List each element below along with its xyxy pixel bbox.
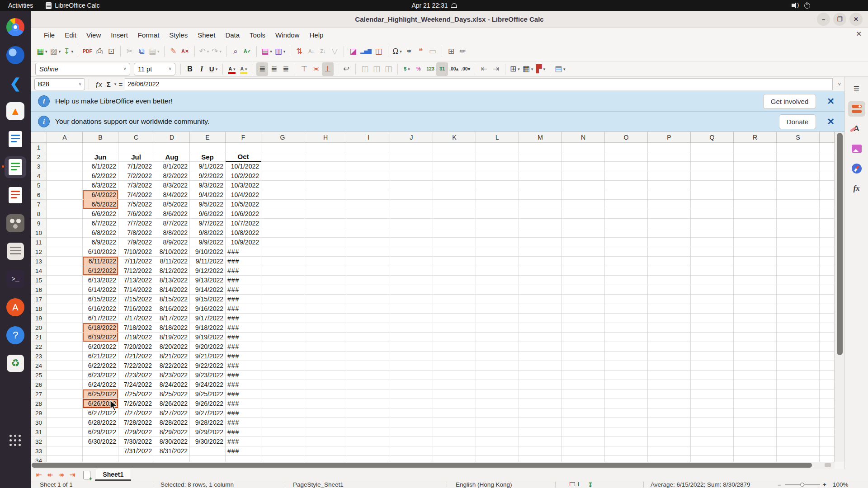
cell-E11[interactable]: 9/9/2022 bbox=[190, 238, 226, 247]
cell-Q27[interactable] bbox=[691, 389, 734, 399]
cell-Q28[interactable] bbox=[691, 399, 734, 408]
cell-F22[interactable]: ### bbox=[226, 342, 261, 352]
cell-M27[interactable] bbox=[519, 389, 562, 399]
cell-M22[interactable] bbox=[519, 342, 562, 352]
cell-B14[interactable]: 6/12/2022 bbox=[83, 266, 118, 276]
title-bar[interactable]: Calendar_Highlight_Weekend_Days.xlsx - L… bbox=[31, 11, 868, 28]
cell-M3[interactable] bbox=[519, 162, 562, 171]
cell-N11[interactable] bbox=[562, 238, 605, 247]
cell-H17[interactable] bbox=[304, 295, 347, 304]
cell-E33[interactable] bbox=[190, 446, 226, 456]
cell-R30[interactable] bbox=[734, 418, 777, 427]
cell-R22[interactable] bbox=[734, 342, 777, 352]
cell-G32[interactable] bbox=[261, 437, 304, 446]
cell-F33[interactable]: ### bbox=[226, 446, 261, 456]
cell-L2[interactable] bbox=[476, 152, 519, 162]
cell-F25[interactable]: ### bbox=[226, 371, 261, 380]
horizontal-scrollbar[interactable] bbox=[31, 462, 835, 469]
cell-O10[interactable] bbox=[605, 228, 648, 238]
cell-M16[interactable] bbox=[519, 285, 562, 295]
cell-C5[interactable]: 7/3/2022 bbox=[118, 181, 154, 190]
row-header-34[interactable]: 34 bbox=[31, 456, 47, 462]
cell-S16[interactable] bbox=[777, 285, 820, 295]
next-sheet-icon[interactable]: ↠ bbox=[56, 471, 67, 479]
cell-S27[interactable] bbox=[777, 389, 820, 399]
row-header-5[interactable]: 5 bbox=[31, 181, 47, 190]
menu-help[interactable]: Help bbox=[304, 30, 328, 40]
cell-F6[interactable]: 10/4/2022 bbox=[226, 190, 261, 200]
dock-writer-icon[interactable] bbox=[5, 128, 26, 150]
cell-D27[interactable]: 8/25/2022 bbox=[154, 389, 190, 399]
cell-H1[interactable] bbox=[304, 143, 347, 152]
cell-S14[interactable] bbox=[777, 266, 820, 276]
new-icon[interactable]: ▦▾ bbox=[35, 45, 49, 58]
cell-A2[interactable] bbox=[47, 152, 83, 162]
cell-P30[interactable] bbox=[648, 418, 691, 427]
cell-A20[interactable] bbox=[47, 323, 83, 333]
cell-Q11[interactable] bbox=[691, 238, 734, 247]
cell-N2[interactable] bbox=[562, 152, 605, 162]
cell-J27[interactable] bbox=[390, 389, 433, 399]
power-icon[interactable] bbox=[804, 3, 810, 9]
close-button[interactable]: ✕ bbox=[849, 13, 863, 26]
clock[interactable]: Apr 21 22:31 bbox=[411, 2, 448, 9]
col-header-C[interactable]: C bbox=[118, 132, 154, 143]
cell-F15[interactable]: ### bbox=[226, 276, 261, 285]
align-right-button[interactable]: ≣ bbox=[280, 62, 292, 76]
cell-R20[interactable] bbox=[734, 323, 777, 333]
row-header-15[interactable]: 15 bbox=[31, 276, 47, 285]
print-preview-icon[interactable]: ⊡ bbox=[105, 45, 117, 58]
row-header-6[interactable]: 6 bbox=[31, 190, 47, 200]
previous-sheet-icon[interactable]: ↞ bbox=[45, 471, 56, 479]
cell-M7[interactable] bbox=[519, 200, 562, 209]
cell-I23[interactable] bbox=[347, 352, 390, 361]
page-style[interactable]: PageStyle_Sheet1 bbox=[293, 481, 344, 488]
cell-H9[interactable] bbox=[304, 219, 347, 228]
cell-J15[interactable] bbox=[390, 276, 433, 285]
cell-G29[interactable] bbox=[261, 408, 304, 418]
cell-N8[interactable] bbox=[562, 209, 605, 219]
cell-D21[interactable]: 8/19/2022 bbox=[154, 333, 190, 342]
cell-O24[interactable] bbox=[605, 361, 648, 371]
cell-G21[interactable] bbox=[261, 333, 304, 342]
cell-L11[interactable] bbox=[476, 238, 519, 247]
cell-R13[interactable] bbox=[734, 257, 777, 266]
cell-Q33[interactable] bbox=[691, 446, 734, 456]
cell-H2[interactable] bbox=[304, 152, 347, 162]
cell-B8[interactable]: 6/6/2022 bbox=[83, 209, 118, 219]
cell-L34[interactable] bbox=[476, 456, 519, 462]
cell-S25[interactable] bbox=[777, 371, 820, 380]
cell-B27[interactable]: 6/25/2022 bbox=[83, 389, 118, 399]
cell-E32[interactable]: 9/30/2022 bbox=[190, 437, 226, 446]
cell-E17[interactable]: 9/15/2022 bbox=[190, 295, 226, 304]
cell-L26[interactable] bbox=[476, 380, 519, 389]
cell-D7[interactable]: 8/5/2022 bbox=[154, 200, 190, 209]
cell-Q17[interactable] bbox=[691, 295, 734, 304]
row-header-18[interactable]: 18 bbox=[31, 304, 47, 314]
cell-S10[interactable] bbox=[777, 228, 820, 238]
cell-O32[interactable] bbox=[605, 437, 648, 446]
cell-D24[interactable]: 8/22/2022 bbox=[154, 361, 190, 371]
cell-L9[interactable] bbox=[476, 219, 519, 228]
cell-L31[interactable] bbox=[476, 427, 519, 437]
cell-P9[interactable] bbox=[648, 219, 691, 228]
cell-N19[interactable] bbox=[562, 314, 605, 323]
cell-Q16[interactable] bbox=[691, 285, 734, 295]
cell-C1[interactable] bbox=[118, 143, 154, 152]
row-header-9[interactable]: 9 bbox=[31, 219, 47, 228]
cell-F9[interactable]: 10/7/2022 bbox=[226, 219, 261, 228]
cell-L24[interactable] bbox=[476, 361, 519, 371]
cell-B5[interactable]: 6/3/2022 bbox=[83, 181, 118, 190]
cell-C11[interactable]: 7/9/2022 bbox=[118, 238, 154, 247]
row-header-31[interactable]: 31 bbox=[31, 427, 47, 437]
cell-S20[interactable] bbox=[777, 323, 820, 333]
cell-P20[interactable] bbox=[648, 323, 691, 333]
cell-S13[interactable] bbox=[777, 257, 820, 266]
cell-F30[interactable]: ### bbox=[226, 418, 261, 427]
cell-D29[interactable]: 8/27/2022 bbox=[154, 408, 190, 418]
cell-G31[interactable] bbox=[261, 427, 304, 437]
cell-M28[interactable] bbox=[519, 399, 562, 408]
cell-D6[interactable]: 8/4/2022 bbox=[154, 190, 190, 200]
cell-E14[interactable]: 9/12/2022 bbox=[190, 266, 226, 276]
cell-R33[interactable] bbox=[734, 446, 777, 456]
